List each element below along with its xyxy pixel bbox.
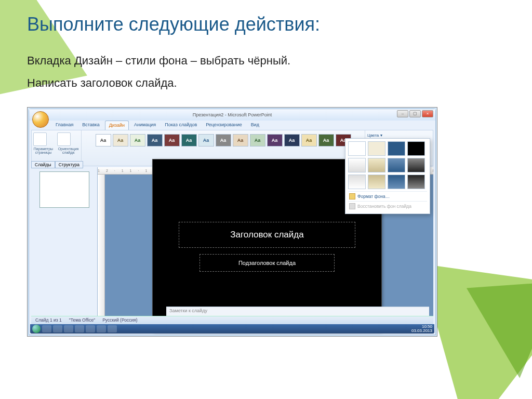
theme-swatch[interactable]: Aa bbox=[130, 134, 145, 147]
taskbar-item[interactable] bbox=[42, 325, 51, 332]
slides-panel: Слайды Структура bbox=[31, 167, 98, 316]
ribbon-tab[interactable]: Анимация bbox=[130, 121, 159, 130]
slide-thumbnail[interactable] bbox=[39, 171, 89, 208]
page-setup-label: Параметры страницы bbox=[33, 147, 54, 155]
status-language: Русский (Россия) bbox=[102, 317, 137, 323]
taskbar-item[interactable] bbox=[53, 325, 62, 332]
background-style-swatch[interactable] bbox=[368, 175, 385, 189]
background-style-swatch[interactable] bbox=[348, 158, 366, 172]
window-title: Презентация2 - Microsoft PowerPoint bbox=[193, 112, 272, 117]
background-style-swatch[interactable] bbox=[407, 175, 425, 189]
reset-background-icon bbox=[349, 203, 355, 209]
minimize-button[interactable]: – bbox=[397, 110, 408, 117]
ribbon-tab[interactable]: Главная bbox=[52, 121, 77, 130]
taskbar-item[interactable] bbox=[108, 325, 117, 332]
theme-swatch[interactable]: Aa bbox=[181, 134, 197, 147]
panel-tab-slides[interactable]: Слайды bbox=[31, 161, 55, 168]
format-background-item[interactable]: Формат фона… bbox=[348, 191, 427, 201]
background-style-swatch[interactable] bbox=[407, 141, 425, 156]
ribbon-tab[interactable]: Вид bbox=[247, 121, 263, 130]
subtitle-placeholder[interactable]: Подзаголовок слайда bbox=[200, 254, 335, 272]
page-setup-icon[interactable] bbox=[33, 132, 47, 146]
background-style-swatch[interactable] bbox=[407, 158, 425, 172]
background-style-swatch[interactable] bbox=[368, 158, 385, 172]
background-styles-popup: Формат фона… Восстановить фон слайда bbox=[345, 138, 430, 214]
ribbon-group-page-setup: Параметры страницы Ориентация слайда Пар… bbox=[32, 130, 82, 166]
ribbon-tabs: ГлавнаяВставкаДизайнАнимацияПоказ слайдо… bbox=[52, 121, 432, 130]
office-button[interactable] bbox=[32, 111, 49, 128]
body-line: Написать заголовок слайда. bbox=[27, 72, 505, 95]
body-line: Вкладка Дизайн – стили фона – выбрать чё… bbox=[27, 50, 505, 72]
close-button[interactable]: × bbox=[422, 110, 433, 117]
ribbon-tab[interactable]: Показ слайдов bbox=[161, 121, 201, 130]
status-theme: "Тема Office" bbox=[69, 317, 95, 323]
theme-swatch[interactable]: Aa bbox=[164, 134, 180, 147]
status-bar: Слайд 1 из 1 "Тема Office" Русский (Росс… bbox=[31, 316, 433, 324]
title-placeholder[interactable]: Заголовок слайда bbox=[179, 222, 355, 248]
reset-background-item: Восстановить фон слайда bbox=[348, 201, 427, 211]
background-style-swatch[interactable] bbox=[388, 158, 405, 172]
slide-orientation-icon[interactable] bbox=[57, 132, 71, 146]
taskbar-item[interactable] bbox=[86, 325, 95, 332]
powerpoint-screenshot: Презентация2 - Microsoft PowerPoint – ▢ … bbox=[27, 107, 437, 337]
background-style-swatch[interactable] bbox=[388, 175, 405, 189]
theme-swatch[interactable]: Aa bbox=[250, 134, 265, 147]
slide-title: Выполните следующие действия: bbox=[27, 14, 505, 35]
slide-body: Вкладка Дизайн – стили фона – выбрать чё… bbox=[27, 50, 505, 95]
theme-swatch[interactable]: Aa bbox=[96, 134, 111, 147]
background-style-swatch[interactable] bbox=[388, 141, 405, 156]
system-clock: 10:50 03.03.2013 bbox=[411, 325, 432, 333]
theme-swatch[interactable]: Aa bbox=[267, 134, 283, 147]
ribbon-tab[interactable]: Рецензирование bbox=[202, 121, 246, 130]
theme-swatch[interactable]: Aa bbox=[113, 134, 128, 147]
ribbon-tab[interactable]: Дизайн bbox=[105, 121, 129, 130]
taskbar-item[interactable] bbox=[75, 325, 84, 332]
background-style-swatch[interactable] bbox=[348, 175, 366, 189]
background-style-swatch[interactable] bbox=[348, 141, 366, 156]
theme-swatch[interactable]: Aa bbox=[284, 134, 300, 147]
theme-swatch[interactable]: Aa bbox=[147, 134, 163, 147]
theme-swatch[interactable]: Aa bbox=[318, 134, 334, 147]
theme-swatch[interactable]: Aa bbox=[198, 134, 214, 147]
windows-taskbar: 10:50 03.03.2013 bbox=[30, 324, 434, 334]
taskbar-item[interactable] bbox=[97, 325, 106, 332]
orientation-label: Ориентация слайда bbox=[57, 147, 80, 155]
notes-pane[interactable]: Заметки к слайду bbox=[166, 307, 429, 316]
window-titlebar: Презентация2 - Microsoft PowerPoint – ▢ … bbox=[29, 109, 435, 121]
ribbon-tab[interactable]: Вставка bbox=[78, 121, 103, 130]
background-style-swatch[interactable] bbox=[368, 141, 385, 156]
theme-swatch[interactable]: Aa bbox=[216, 134, 231, 147]
theme-swatch[interactable]: Aa bbox=[233, 134, 248, 147]
ruler-vertical bbox=[98, 175, 105, 316]
taskbar-item[interactable] bbox=[64, 325, 73, 332]
theme-swatch[interactable]: Aa bbox=[301, 134, 317, 147]
panel-tab-outline[interactable]: Структура bbox=[55, 161, 83, 168]
format-background-icon bbox=[349, 193, 355, 200]
maximize-button[interactable]: ▢ bbox=[409, 110, 421, 117]
status-slide-count: Слайд 1 из 1 bbox=[35, 317, 62, 323]
start-button[interactable] bbox=[32, 325, 41, 333]
